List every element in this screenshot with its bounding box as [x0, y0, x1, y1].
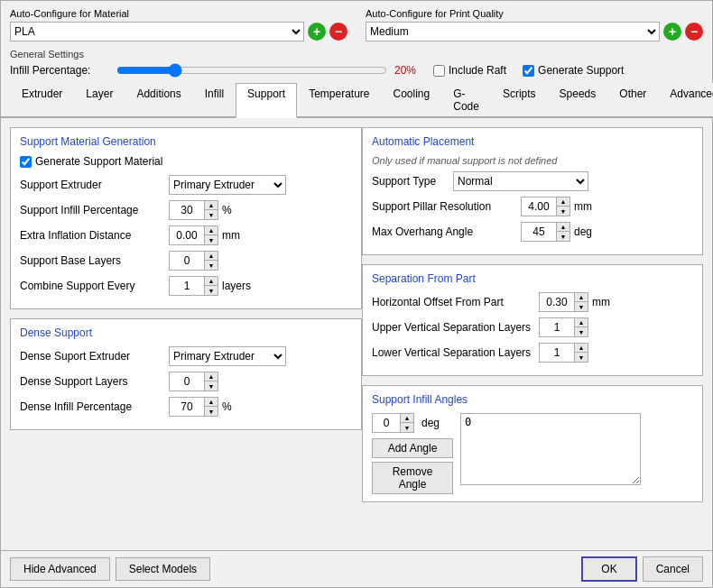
- pillar-res-input[interactable]: [522, 198, 556, 216]
- max-overhang-down[interactable]: ▼: [557, 232, 569, 241]
- pillar-res-spinbox-btns: ▲ ▼: [556, 198, 569, 216]
- material-remove-button[interactable]: −: [329, 23, 347, 41]
- support-type-select[interactable]: Normal Everywhere None: [453, 171, 588, 191]
- include-raft-label[interactable]: Include Raft: [433, 64, 506, 77]
- pillar-res-label: Support Pillar Resolution: [372, 200, 521, 213]
- dense-infill-spinbox: ▲ ▼: [169, 397, 218, 417]
- dense-infill-input[interactable]: [170, 398, 204, 416]
- dense-infill-down[interactable]: ▼: [205, 407, 218, 416]
- quality-dropdown-row: Low Medium High Ultra + −: [366, 22, 703, 41]
- tab-additions[interactable]: Additions: [125, 83, 192, 116]
- generate-support-checkbox[interactable]: [523, 65, 534, 77]
- cancel-button[interactable]: Cancel: [643, 556, 703, 582]
- support-infill-angles-title: Support Infill Angles: [372, 393, 693, 406]
- lower-vert-input[interactable]: [540, 344, 574, 362]
- dense-infill-up[interactable]: ▲: [205, 398, 218, 407]
- max-overhang-row: Max Overhang Angle ▲ ▼ deg: [372, 222, 693, 242]
- support-infill-up[interactable]: ▲: [205, 201, 218, 210]
- dense-layers-down[interactable]: ▼: [205, 381, 218, 390]
- tab-infill[interactable]: Infill: [193, 83, 236, 116]
- general-settings: General Settings Infill Percentage: 20% …: [10, 49, 703, 78]
- horizontal-offset-spinbox-btns: ▲ ▼: [574, 293, 588, 311]
- tab-scripts[interactable]: Scripts: [491, 83, 548, 116]
- support-base-layers-row: Support Base Layers ▲ ▼: [20, 251, 352, 271]
- horizontal-offset-input[interactable]: [540, 293, 574, 311]
- infill-percent-value: 20%: [394, 64, 426, 77]
- extra-inflation-down[interactable]: ▼: [205, 235, 218, 244]
- lower-vert-up[interactable]: ▲: [575, 344, 588, 353]
- angle-value-up[interactable]: ▲: [401, 414, 413, 423]
- max-overhang-up[interactable]: ▲: [557, 223, 569, 232]
- tab-extruder[interactable]: Extruder: [10, 83, 74, 116]
- automatic-placement-box: Automatic Placement Only used if manual …: [362, 127, 703, 255]
- combine-support-up[interactable]: ▲: [205, 277, 218, 286]
- generate-support-material-checkbox[interactable]: [20, 156, 32, 168]
- infill-row: Infill Percentage: 20% Include Raft Gene…: [10, 63, 703, 78]
- support-base-layers-input[interactable]: [170, 252, 204, 270]
- dense-layers-up[interactable]: ▲: [205, 372, 218, 381]
- generate-support-label[interactable]: Generate Support: [523, 64, 624, 77]
- upper-vert-down[interactable]: ▼: [575, 327, 588, 336]
- tab-advanced[interactable]: Advanced: [658, 83, 713, 116]
- quality-add-button[interactable]: +: [663, 23, 681, 41]
- hide-advanced-button[interactable]: Hide Advanced: [10, 557, 110, 581]
- infill-slider[interactable]: [116, 63, 387, 78]
- select-models-button[interactable]: Select Models: [116, 557, 210, 581]
- pillar-res-unit: mm: [574, 200, 592, 213]
- angles-display-area[interactable]: 0: [460, 413, 641, 485]
- pillar-res-spinbox: ▲ ▼: [521, 197, 570, 216]
- horizontal-offset-down[interactable]: ▼: [575, 302, 588, 311]
- angle-buttons: Add Angle Remove Angle: [372, 438, 453, 494]
- combine-support-input[interactable]: [170, 277, 204, 295]
- automatic-placement-title: Automatic Placement: [372, 135, 693, 148]
- max-overhang-unit: deg: [574, 225, 592, 238]
- support-extruder-select[interactable]: Primary Extruder: [169, 175, 286, 195]
- dense-infill-label: Dense Infill Percentage: [20, 400, 169, 413]
- horizontal-offset-label: Horizontal Offset From Part: [372, 296, 539, 308]
- support-infill-spinbox-btns: ▲ ▼: [204, 201, 218, 219]
- support-infill-input[interactable]: [170, 201, 204, 219]
- lower-vert-down[interactable]: ▼: [575, 353, 588, 362]
- auto-configure-material-group: Auto-Configure for Material PLA ABS PETG…: [10, 8, 347, 41]
- combine-support-down[interactable]: ▼: [205, 286, 218, 295]
- tab-support[interactable]: Support: [236, 83, 297, 118]
- add-angle-button[interactable]: Add Angle: [372, 438, 453, 458]
- dense-layers-row: Dense Support Layers ▲ ▼: [20, 372, 352, 391]
- dense-layers-input[interactable]: [170, 372, 204, 390]
- pillar-res-down[interactable]: ▼: [557, 207, 569, 216]
- quality-remove-button[interactable]: −: [685, 23, 703, 41]
- tab-other[interactable]: Other: [607, 83, 658, 116]
- support-base-layers-up[interactable]: ▲: [205, 252, 218, 261]
- material-select[interactable]: PLA ABS PETG TPU: [10, 22, 304, 41]
- include-raft-checkbox[interactable]: [433, 65, 445, 77]
- angles-left: ▲ ▼ deg Add Angle Remove Angle: [372, 413, 453, 494]
- dense-support-box: Dense Support Dense Suport Extruder Prim…: [10, 318, 362, 430]
- tab-speeds[interactable]: Speeds: [548, 83, 608, 116]
- tab-temperature[interactable]: Temperature: [297, 83, 381, 116]
- upper-vert-input[interactable]: [540, 318, 574, 336]
- tab-layer[interactable]: Layer: [74, 83, 125, 116]
- extra-inflation-up[interactable]: ▲: [205, 226, 218, 235]
- angle-value-down[interactable]: ▼: [401, 423, 413, 432]
- upper-vert-up[interactable]: ▲: [575, 318, 588, 327]
- angle-value-input[interactable]: [373, 414, 400, 432]
- ok-button[interactable]: OK: [581, 556, 636, 582]
- extra-inflation-input[interactable]: [170, 226, 204, 244]
- dense-infill-row: Dense Infill Percentage ▲ ▼ %: [20, 397, 352, 417]
- support-base-layers-down[interactable]: ▼: [205, 261, 218, 270]
- main-window: Auto-Configure for Material PLA ABS PETG…: [0, 0, 713, 588]
- combine-support-unit: layers: [222, 280, 251, 292]
- quality-select[interactable]: Low Medium High Ultra: [366, 22, 660, 41]
- horizontal-offset-up[interactable]: ▲: [575, 293, 588, 302]
- separation-from-part-title: Separation From Part: [372, 272, 693, 285]
- max-overhang-input[interactable]: [522, 223, 556, 241]
- extra-inflation-spinbox-btns: ▲ ▼: [204, 226, 218, 244]
- angles-content: ▲ ▼ deg Add Angle Remove Angle 0: [372, 413, 693, 494]
- tab-cooling[interactable]: Cooling: [382, 83, 442, 116]
- dense-extruder-select[interactable]: Primary Extruder: [169, 346, 286, 366]
- support-infill-down[interactable]: ▼: [205, 210, 218, 219]
- pillar-res-up[interactable]: ▲: [557, 198, 569, 207]
- tab-gcode[interactable]: G-Code: [441, 83, 491, 116]
- remove-angle-button[interactable]: Remove Angle: [372, 462, 453, 494]
- material-add-button[interactable]: +: [308, 23, 326, 41]
